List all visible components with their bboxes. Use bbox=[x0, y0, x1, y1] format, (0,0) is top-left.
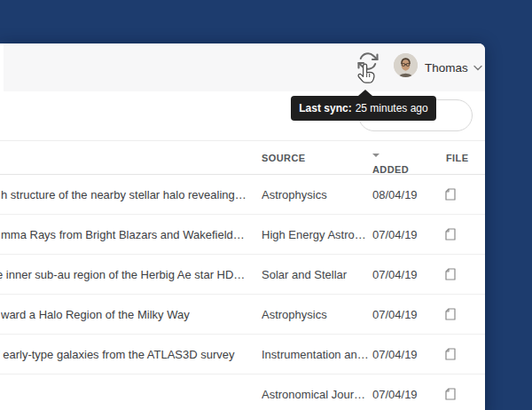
table-row[interactable]: e inner sub-au region of the Herbig Ae s… bbox=[0, 255, 485, 295]
paper-title bbox=[1, 375, 256, 410]
table-row[interactable]: h structure of the nearby stellar halo r… bbox=[0, 175, 485, 215]
table-row[interactable]: Astronomical Jour… 07/04/19 bbox=[0, 375, 485, 410]
column-header-file[interactable]: FILE bbox=[446, 153, 468, 163]
paper-source: Solar and Stellar bbox=[262, 255, 370, 294]
paper-added-date: 07/04/19 bbox=[372, 215, 434, 254]
top-toolbar: Thomas bbox=[4, 43, 485, 92]
table-row[interactable]: f early-type galaxies from the ATLAS3D s… bbox=[0, 335, 485, 375]
table-row[interactable]: ward a Halo Region of the Milky Way Astr… bbox=[0, 295, 485, 335]
file-attachment-icon[interactable] bbox=[445, 375, 472, 410]
sync-icon bbox=[357, 61, 379, 75]
column-header-added[interactable]: ADDED bbox=[372, 153, 379, 157]
chevron-down-icon bbox=[473, 65, 482, 71]
paper-title: h structure of the nearby stellar halo r… bbox=[1, 175, 256, 214]
paper-title: f early-type galaxies from the ATLAS3D s… bbox=[0, 335, 252, 374]
avatar[interactable] bbox=[394, 53, 418, 77]
paper-added-date: 07/04/19 bbox=[372, 255, 434, 294]
column-header-added-label: ADDED bbox=[372, 164, 409, 175]
paper-title: ward a Halo Region of the Milky Way bbox=[1, 295, 256, 334]
table-row[interactable]: mma Rays from Bright Blazars and Wakefie… bbox=[0, 215, 485, 255]
table-header: SOURCE ADDED FILE bbox=[0, 140, 485, 175]
paper-title: mma Rays from Bright Blazars and Wakefie… bbox=[1, 215, 256, 254]
file-attachment-icon[interactable] bbox=[445, 335, 472, 374]
file-attachment-icon[interactable] bbox=[445, 175, 472, 214]
paper-source: High Energy Astro… bbox=[262, 215, 370, 254]
app-window: Thomas Last sync: 25 minutes ago SOURCE … bbox=[0, 43, 485, 410]
paper-source: Astrophysics bbox=[262, 295, 370, 334]
papers-table: h structure of the nearby stellar halo r… bbox=[0, 175, 485, 410]
paper-added-date: 08/04/19 bbox=[372, 175, 434, 214]
tooltip-arrow bbox=[358, 90, 372, 96]
tooltip-label-text: 25 minutes ago bbox=[356, 102, 428, 114]
sort-desc-icon bbox=[372, 154, 379, 157]
tooltip-label-bold: Last sync: bbox=[299, 102, 351, 114]
file-attachment-icon[interactable] bbox=[445, 255, 472, 294]
paper-added-date: 07/04/19 bbox=[372, 295, 434, 334]
user-menu[interactable]: Thomas bbox=[425, 43, 482, 91]
paper-source: Astronomical Jour… bbox=[262, 375, 370, 410]
paper-added-date: 07/04/19 bbox=[372, 375, 434, 410]
paper-added-date: 07/04/19 bbox=[372, 335, 434, 374]
column-header-source[interactable]: SOURCE bbox=[262, 153, 305, 163]
paper-title: e inner sub-au region of the Herbig Ae s… bbox=[0, 255, 252, 294]
sync-button[interactable] bbox=[357, 51, 379, 72]
file-attachment-icon[interactable] bbox=[445, 295, 472, 334]
file-attachment-icon[interactable] bbox=[445, 215, 472, 254]
paper-source: Astrophysics bbox=[262, 175, 370, 214]
paper-source: Instrumentation an… bbox=[262, 335, 370, 374]
user-name-label: Thomas bbox=[425, 61, 468, 75]
last-sync-tooltip: Last sync: 25 minutes ago bbox=[291, 96, 436, 121]
